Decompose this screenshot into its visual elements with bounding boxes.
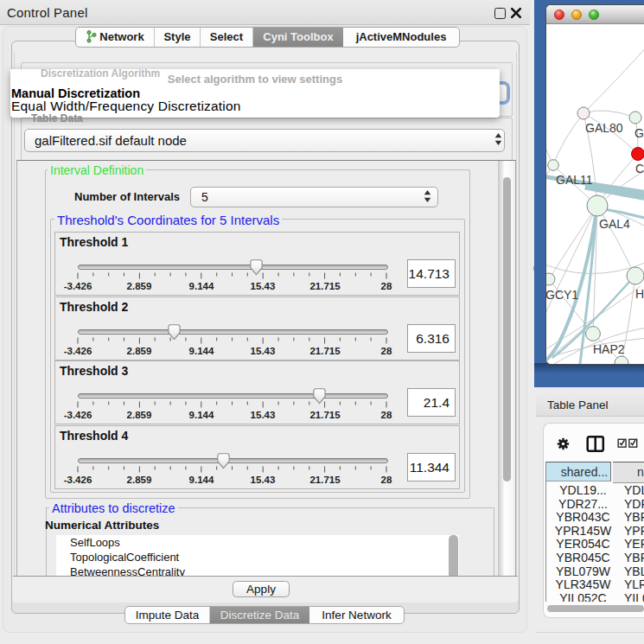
svg-text:HAP2: HAP2 bbox=[593, 342, 625, 356]
svg-text:GAL80: GAL80 bbox=[585, 121, 623, 135]
svg-text:GA: GA bbox=[634, 126, 644, 140]
svg-text:H: H bbox=[635, 287, 644, 301]
svg-text:C: C bbox=[635, 162, 644, 175]
svg-text:GAL4: GAL4 bbox=[599, 217, 630, 231]
svg-text:GCY1: GCY1 bbox=[546, 288, 578, 302]
svg-text:GAL11: GAL11 bbox=[556, 173, 593, 187]
